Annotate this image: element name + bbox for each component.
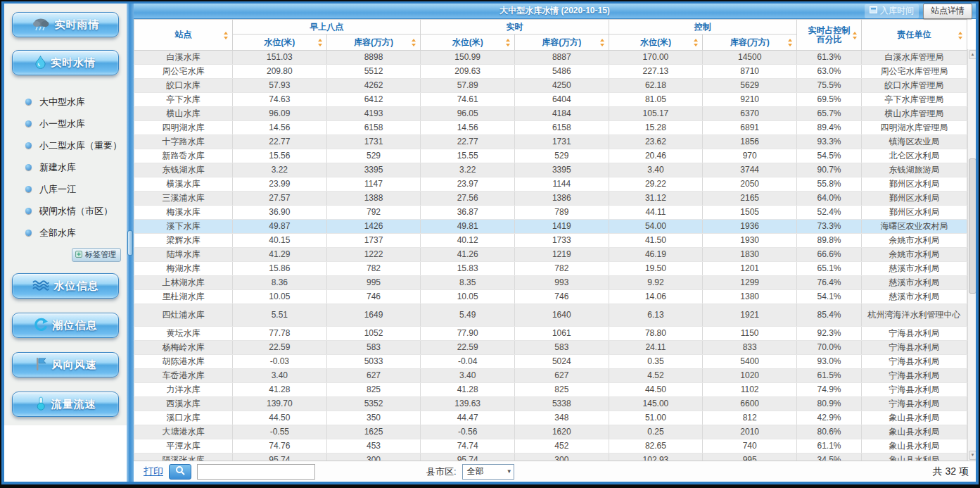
value-cell: 1419 (514, 220, 609, 234)
column-header-control-capacity[interactable]: 库容(万方) (703, 35, 797, 51)
table-row[interactable]: 力洋水库41.2882541.2882544.50110274.9%宁海县水利局 (134, 383, 967, 397)
table-row[interactable]: 四明湖水库14.56615814.56615815.28689189.4%四明湖… (134, 121, 967, 135)
column-header-realtime-capacity[interactable]: 库容(万方) (514, 35, 609, 51)
unit-cell: 宁海县水利局 (862, 383, 967, 397)
table-row[interactable]: 白溪水库151.038898150.998887170.001450061.3%… (134, 51, 967, 65)
table-row[interactable]: 杨梅岭水库22.5958322.5958324.1183370.0%宁海县水利局 (134, 341, 967, 355)
value-cell: 5.51 (233, 304, 327, 327)
tide-level-info-button[interactable]: 潮位信息 (12, 313, 119, 338)
tag-icon (75, 251, 82, 259)
sort-icon[interactable] (318, 39, 323, 46)
water-level-info-button[interactable]: 水位信息 (12, 273, 119, 299)
sort-icon[interactable] (600, 39, 605, 46)
sort-icon[interactable] (224, 32, 229, 39)
print-link[interactable]: 打印 (144, 465, 163, 478)
station-cell: 皎口水库 (134, 79, 233, 93)
table-row[interactable]: 黄坛水库77.78105277.90106178.80115092.3%宁海县水… (134, 327, 967, 341)
table-row[interactable]: 溪口水库44.5035044.4734851.0081242.9%象山县水利局 (134, 411, 967, 425)
table-row[interactable]: 亭下水库74.63641274.61640481.05921069.5%亭下水库… (134, 93, 967, 107)
value-cell: 209.63 (421, 65, 515, 79)
sidebar-menu-item[interactable]: 小一型水库 (25, 113, 127, 134)
table-row[interactable]: 三溪浦水库27.57138827.56138631.12216564.0%鄞州区… (134, 192, 967, 206)
sort-icon[interactable] (412, 39, 416, 46)
column-header-unit[interactable]: 责任单位 (862, 20, 967, 51)
sidebar-menu-item[interactable]: 大中型水库 (25, 91, 127, 113)
sort-icon[interactable] (788, 39, 793, 46)
value-cell: 8887 (514, 51, 609, 65)
table-row[interactable]: 四灶浦水库5.5116495.4916406.13192185.4%杭州湾海洋水… (134, 304, 967, 327)
scroll-up-icon[interactable]: ▲ (969, 50, 976, 59)
table-row[interactable]: 十字路水库22.77173122.77173123.62185693.3%镇海区… (134, 135, 967, 149)
sidebar-menu-item[interactable]: 碶闸水情（市区） (25, 200, 127, 222)
station-cell: 西溪水库 (134, 397, 233, 411)
value-cell: 9210 (703, 93, 797, 107)
table-row[interactable]: 梁辉水库40.15173740.12173341.50193089.8%余姚市水… (134, 234, 967, 248)
table-row[interactable]: 大塘港水库-0.551625-0.5616200.25201080.6%象山县水… (134, 425, 967, 439)
footer-toolbar: 打印 县市区: 全部 ▼ 共 32 项 (134, 461, 976, 482)
value-cell: -0.55 (233, 425, 327, 439)
table-row[interactable]: 车岙港水库3.406273.406274.52102061.5%宁海县水利局 (134, 369, 967, 383)
value-cell: 227.13 (609, 65, 703, 79)
value-cell: 74.76 (233, 439, 327, 453)
sidebar-menu-item[interactable]: 新建水库 (25, 156, 127, 178)
table-row[interactable]: 周公宅水库209.805512209.635486227.13871063.0%… (134, 65, 967, 79)
value-cell: 74.61 (421, 93, 515, 107)
table-row[interactable]: 陆埠水库41.29122241.26121946.19183066.6%余姚市水… (134, 248, 967, 262)
table-row[interactable]: 平潭水库74.7645374.7445282.6574061.1%象山县水利局 (134, 439, 967, 453)
value-cell: 1640 (514, 304, 609, 327)
sidebar-menu-item[interactable]: 全部水库 (25, 222, 127, 244)
column-header-percent[interactable]: 实时占控制百分比 (797, 20, 862, 51)
table-row[interactable]: 隔溪张水库95.7430095.74300102.9399534.5%象山县水利… (134, 453, 967, 461)
table-row[interactable]: 梅溪水库36.9079236.8778944.11150552.4%鄞州区水利局 (134, 206, 967, 220)
search-button[interactable] (169, 464, 191, 480)
value-cell: 23.97 (421, 177, 515, 192)
sidebar-menu-item[interactable]: 小二型水库（重要） (25, 134, 127, 156)
table-row[interactable]: 横溪水库23.99114723.97114429.22205055.8%鄞州区水… (134, 177, 967, 192)
enter-time-toggle[interactable]: 入库时间 (865, 4, 919, 18)
table-row[interactable]: 胡陈港水库-0.035033-0.0450240.35540093.0%宁海县水… (134, 355, 967, 369)
table-row[interactable]: 上林湖水库8.369958.359939.92129976.4%慈溪市水利局 (134, 276, 967, 290)
realtime-water-button[interactable]: 实时水情 (12, 50, 119, 75)
table-row[interactable]: 新路岙水库15.5652915.5552920.4697054.5%北仑区水利局 (134, 149, 967, 163)
table-row[interactable]: 里杜湖水库10.0574610.0574614.06138054.1%慈溪市水利… (134, 290, 967, 304)
table-row[interactable]: 皎口水库57.93426257.89425062.18562975.5%皎口水库… (134, 79, 967, 93)
table-row[interactable]: 东钱湖水库3.2233953.2233953.40374490.7%东钱湖旅游局 (134, 163, 967, 177)
county-select[interactable]: 全部 ▼ (462, 464, 514, 480)
value-cell: 75.5% (797, 79, 862, 93)
column-header-station-label: 站点 (175, 30, 192, 39)
column-header-control-level[interactable]: 水位(米) (609, 35, 703, 51)
scrollbar-thumb[interactable] (969, 158, 976, 294)
tag-manage-button[interactable]: 标签管理 (72, 248, 121, 262)
sort-icon[interactable] (853, 32, 858, 39)
table-title-bar: 大中型水库水情 (2020-10-15) 入库时间 站点详情 (134, 4, 976, 19)
value-cell: 27.56 (421, 192, 515, 206)
scroll-down-icon[interactable]: ▼ (969, 451, 976, 460)
value-cell: 627 (326, 369, 421, 383)
column-header-station[interactable]: 站点 (134, 20, 233, 51)
splitter-handle-icon[interactable] (127, 230, 133, 256)
value-cell: 1388 (326, 192, 421, 206)
panel-splitter[interactable] (127, 4, 134, 482)
table-row[interactable]: 梅湖水库15.8678215.8378219.50120165.1%慈溪市水利局 (134, 262, 967, 276)
table-row[interactable]: 溪下水库49.87142649.81141954.00193673.3%海曙区农… (134, 220, 967, 234)
column-header-realtime-level[interactable]: 水位(米) (421, 35, 515, 51)
vertical-scrollbar[interactable]: ▲ ▼ (967, 49, 976, 461)
sort-icon[interactable] (958, 32, 963, 39)
table-row[interactable]: 西溪水库139.705352139.635338145.00660080.9%宁… (134, 397, 967, 411)
station-detail-button[interactable]: 站点详情 (923, 4, 972, 19)
column-header-morning-capacity[interactable]: 库容(万方) (326, 35, 421, 51)
sort-icon[interactable] (506, 39, 511, 46)
realtime-rain-button[interactable]: 实时雨情 (12, 12, 119, 37)
sort-icon[interactable] (694, 39, 699, 46)
value-cell: 782 (326, 262, 421, 276)
value-cell: 49.81 (421, 220, 515, 234)
table-row[interactable]: 横山水库96.09419396.054184105.17637065.7%横山水… (134, 107, 967, 121)
value-cell: 74.74 (421, 439, 515, 453)
value-cell: 5629 (703, 79, 797, 93)
column-header-morning-level[interactable]: 水位(米) (233, 35, 327, 51)
value-cell: 27.57 (233, 192, 327, 206)
flow-info-button[interactable]: 流量流速 (12, 392, 119, 417)
sidebar-menu-item[interactable]: 八库一江 (25, 178, 127, 200)
search-input[interactable] (197, 464, 315, 480)
wind-info-button[interactable]: 风向风速 (12, 352, 119, 377)
